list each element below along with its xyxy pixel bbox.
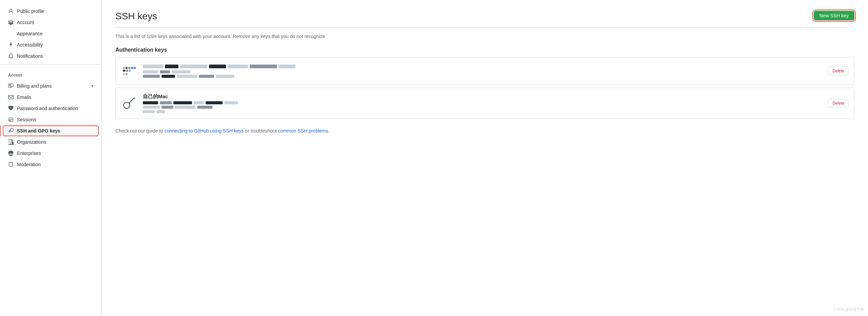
moderation-icon <box>8 162 14 167</box>
sidebar-item-password-label: Password and authentication <box>17 106 93 111</box>
person-icon <box>8 8 14 14</box>
ssh-key-fp-row1-1 <box>143 70 823 73</box>
sidebar-item-sessions[interactable]: Sessions <box>3 114 99 125</box>
sidebar-item-public-profile-label: Public profile <box>17 8 93 14</box>
auth-keys-heading: Authentication keys <box>115 47 854 53</box>
sidebar: Public profile Account Appearance Access… <box>0 0 102 316</box>
ssh-key-icon-1 <box>121 63 137 79</box>
footer-text: Check out our guide to connecting to Git… <box>115 127 854 135</box>
page-header: SSH keys New SSH key <box>115 11 854 28</box>
sidebar-item-emails[interactable]: Emails <box>3 92 99 103</box>
ssh-key-fp-row2-1 <box>143 75 823 78</box>
chevron-down-icon: ▾ <box>91 84 93 88</box>
sidebar-item-account[interactable]: Account <box>3 17 99 28</box>
ssh-key-title-row-1 <box>143 65 823 68</box>
access-section-title: Access <box>0 67 101 80</box>
gear-icon <box>8 20 14 25</box>
sidebar-item-billing[interactable]: Billing and plans ▾ <box>3 81 99 91</box>
sidebar-item-notifications-label: Notifications <box>17 53 93 59</box>
sidebar-item-accessibility[interactable]: Accessibility <box>3 39 99 50</box>
sidebar-item-appearance-label: Appearance <box>17 31 93 36</box>
sidebar-item-moderation-label: Moderation <box>17 162 93 167</box>
ssh-key-date-2 <box>143 110 823 113</box>
sidebar-item-enterprises-label: Enterprises <box>17 151 93 156</box>
watermark: CSDN @前端学购 <box>834 307 864 312</box>
paintbrush-icon <box>8 31 14 36</box>
delete-button-1[interactable]: Delete <box>828 67 849 75</box>
ssh-key-icon-2 <box>121 95 137 111</box>
sidebar-item-organizations-label: Organizations <box>17 139 93 145</box>
accessibility-icon <box>8 42 14 48</box>
ssh-problems-link[interactable]: common SSH problems <box>278 128 328 134</box>
footer-text-middle: or troubleshoot <box>244 128 278 134</box>
sidebar-item-enterprises[interactable]: Enterprises <box>3 148 99 159</box>
footer-text-before: Check out our guide to <box>115 128 165 134</box>
sidebar-item-sessions-label: Sessions <box>17 117 93 122</box>
sidebar-item-notifications[interactable]: Notifications <box>3 51 99 62</box>
key-svg-icon <box>122 96 136 110</box>
ssh-key-fp-row2-2 <box>143 106 823 109</box>
sidebar-item-password[interactable]: Password and authentication <box>3 103 99 114</box>
sidebar-item-accessibility-label: Accessibility <box>17 42 93 48</box>
billing-icon <box>8 83 14 89</box>
page-title: SSH keys <box>115 11 157 22</box>
ssh-key-card-1: Delete <box>115 57 854 85</box>
active-bar <box>0 125 1 136</box>
sidebar-item-ssh-gpg-label: SSH and GPG keys <box>17 128 93 134</box>
sidebar-item-billing-label: Billing and plans <box>17 83 88 89</box>
sidebar-divider <box>0 64 101 65</box>
key-icon <box>8 128 14 134</box>
sidebar-item-public-profile[interactable]: Public profile <box>3 6 99 17</box>
email-icon <box>8 94 14 100</box>
bell-icon <box>8 53 14 59</box>
sidebar-item-organizations[interactable]: Organizations <box>3 137 99 147</box>
sidebar-item-account-label: Account <box>17 20 93 25</box>
sidebar-item-moderation[interactable]: Moderation <box>3 159 99 170</box>
description-text: This is a list of SSH keys associated wi… <box>115 33 854 40</box>
sidebar-item-emails-label: Emails <box>17 94 93 100</box>
broadcast-icon <box>8 117 14 122</box>
new-ssh-key-button[interactable]: New SSH key <box>814 11 854 20</box>
ssh-key-card-2: 自己的Mac Delete <box>115 88 854 119</box>
main-content: SSH keys New SSH key This is a list of S… <box>102 0 868 316</box>
sidebar-item-ssh-gpg[interactable]: SSH and GPG keys <box>3 125 99 136</box>
ssh-key-info-1 <box>143 65 823 78</box>
footer-text-after: . <box>328 128 329 134</box>
ssh-key-name-2: 自己的Mac <box>143 93 823 100</box>
ssh-key-fp-row1-2 <box>143 101 823 104</box>
ssh-key-info-2: 自己的Mac <box>143 93 823 113</box>
sidebar-item-appearance[interactable]: Appearance <box>3 28 99 39</box>
ssh-guide-link[interactable]: connecting to GitHub using SSH keys <box>165 128 244 134</box>
delete-button-2[interactable]: Delete <box>828 99 849 108</box>
key-thumbnail-1 <box>123 67 136 75</box>
globe-icon <box>8 151 14 156</box>
org-icon <box>8 139 14 145</box>
shield-icon <box>8 106 14 111</box>
